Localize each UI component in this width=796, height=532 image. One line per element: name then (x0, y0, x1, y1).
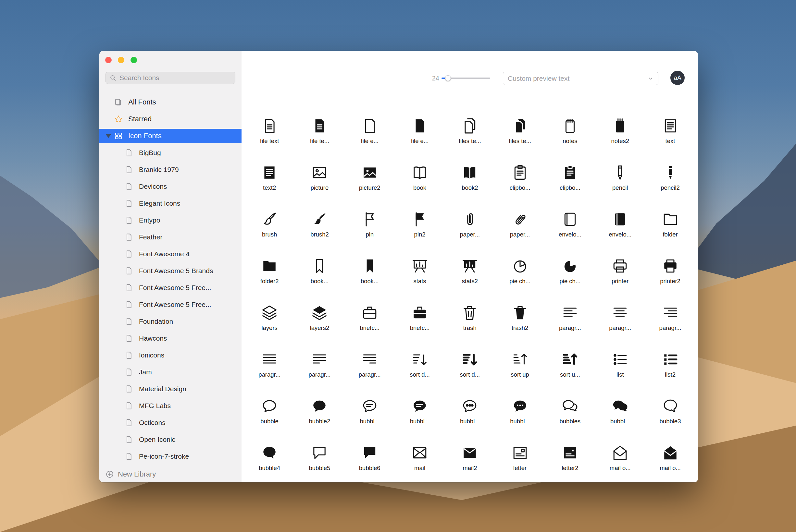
icon-cell[interactable]: sort d... (395, 337, 445, 384)
icon-cell[interactable]: file e... (345, 103, 395, 150)
icon-cell[interactable]: envelo... (595, 197, 645, 244)
icon-cell[interactable]: list (595, 337, 645, 384)
icon-cell[interactable]: clipbo... (545, 150, 595, 197)
icon-cell[interactable]: pencil2 (645, 150, 695, 197)
icon-cell[interactable]: text (645, 103, 695, 150)
icon-cell[interactable]: bubble (244, 384, 294, 431)
icon-cell[interactable]: bubble3 (645, 384, 695, 431)
search-input[interactable]: Search Icons (106, 72, 235, 84)
disclosure-triangle-icon[interactable] (106, 134, 111, 138)
sidebar-library-item[interactable]: Font Awesome 5 Free... (99, 296, 242, 313)
icon-cell[interactable]: book (395, 150, 445, 197)
zoom-button[interactable] (130, 57, 137, 63)
icon-cell[interactable]: pin (345, 197, 395, 244)
icon-cell[interactable]: paragr... (345, 337, 395, 384)
sidebar-library-item[interactable]: Pe-icon-7-stroke (99, 448, 242, 465)
icon-cell[interactable]: files te... (445, 103, 495, 150)
sidebar-library-item[interactable]: Foundation (99, 313, 242, 330)
icon-cell[interactable]: brush2 (294, 197, 345, 244)
icon-cell[interactable]: paper... (445, 197, 495, 244)
sidebar-item-starred[interactable]: Starred (99, 111, 242, 128)
icon-cell[interactable]: letter2 (545, 431, 595, 477)
icon-cell[interactable]: briefc... (395, 290, 445, 337)
icon-cell[interactable]: layers (244, 290, 294, 337)
icon-cell[interactable]: pie ch... (545, 244, 595, 290)
icon-cell[interactable]: book2 (445, 150, 495, 197)
icon-cell[interactable]: pie ch... (495, 244, 545, 290)
icon-cell[interactable]: picture2 (345, 150, 395, 197)
icon-cell[interactable]: book... (294, 244, 345, 290)
icon-cell[interactable]: mail2 (445, 431, 495, 477)
sidebar-library-item[interactable]: Feather (99, 229, 242, 246)
icon-cell[interactable]: mail o... (645, 431, 695, 477)
icon-cell[interactable]: layers2 (294, 290, 345, 337)
icon-cell[interactable]: bubble6 (345, 431, 395, 477)
icon-cell[interactable]: briefc... (345, 290, 395, 337)
sidebar-library-item[interactable]: Font Awesome 5 Free... (99, 279, 242, 296)
sidebar-item-all-fonts[interactable]: All Fonts (99, 94, 242, 111)
new-library-button[interactable]: New Library (106, 470, 156, 478)
icon-cell[interactable]: mail (395, 431, 445, 477)
sidebar-library-item[interactable]: Jam (99, 364, 242, 381)
icon-cell[interactable]: clipbo... (495, 150, 545, 197)
sidebar-library-item[interactable]: BigBug (99, 144, 242, 161)
icon-cell[interactable]: paper... (495, 197, 545, 244)
icon-cell[interactable]: bubbl... (445, 384, 495, 431)
icon-cell[interactable]: envelo... (545, 197, 595, 244)
preview-text-dropdown[interactable]: Custom preview text (503, 72, 659, 85)
icon-cell[interactable]: printer2 (645, 244, 695, 290)
icon-cell[interactable]: folder (645, 197, 695, 244)
icon-cell[interactable]: bubble4 (244, 431, 294, 477)
sidebar-item-icon-fonts[interactable]: Icon Fonts (99, 128, 242, 144)
icon-cell[interactable]: trash2 (495, 290, 545, 337)
icon-cell[interactable]: file e... (395, 103, 445, 150)
icon-cell[interactable]: paragr... (595, 290, 645, 337)
icon-cell[interactable]: stats2 (445, 244, 495, 290)
icon-cell[interactable]: bubbles (545, 384, 595, 431)
icon-cell[interactable]: notes2 (595, 103, 645, 150)
sidebar-library-item[interactable]: Ionicons (99, 347, 242, 364)
sidebar-library-item[interactable]: Brankic 1979 (99, 161, 242, 178)
icon-cell[interactable]: bubble2 (294, 384, 345, 431)
icon-cell[interactable]: paragr... (545, 290, 595, 337)
icon-cell[interactable]: file te... (294, 103, 345, 150)
sidebar-library-item[interactable]: Font Awesome 5 Brands (99, 262, 242, 279)
sidebar-library-item[interactable]: Octicons (99, 414, 242, 431)
icon-cell[interactable]: files te... (495, 103, 545, 150)
sidebar-library-item[interactable]: Elegant Icons (99, 195, 242, 212)
icon-cell[interactable]: sort d... (445, 337, 495, 384)
icon-cell[interactable]: text2 (244, 150, 294, 197)
icon-cell[interactable]: printer (595, 244, 645, 290)
slider-knob[interactable] (445, 75, 451, 81)
sidebar-library-item[interactable]: Devicons (99, 178, 242, 195)
icon-cell[interactable]: book... (345, 244, 395, 290)
size-slider[interactable] (442, 75, 490, 81)
icon-cell[interactable]: bubbl... (595, 384, 645, 431)
icon-cell[interactable]: sort up (495, 337, 545, 384)
icon-cell[interactable]: bubbl... (395, 384, 445, 431)
sidebar-library-item[interactable]: Material Design (99, 381, 242, 397)
icon-cell[interactable]: paragr... (244, 337, 294, 384)
minimize-button[interactable] (118, 57, 124, 63)
sidebar-library-item[interactable]: MFG Labs (99, 397, 242, 414)
case-toggle-button[interactable]: aA (670, 71, 685, 85)
icon-cell[interactable]: letter (495, 431, 545, 477)
sidebar-library-item[interactable]: Hawcons (99, 330, 242, 347)
icon-cell[interactable]: file text (244, 103, 294, 150)
icon-cell[interactable]: trash (445, 290, 495, 337)
icon-cell[interactable]: pencil (595, 150, 645, 197)
icon-cell[interactable]: stats (395, 244, 445, 290)
close-button[interactable] (105, 57, 112, 63)
sidebar-library-item[interactable]: Entypo (99, 212, 242, 229)
icon-cell[interactable]: mail o... (595, 431, 645, 477)
icon-cell[interactable]: paragr... (645, 290, 695, 337)
icon-cell[interactable]: pin2 (395, 197, 445, 244)
icon-cell[interactable]: folder2 (244, 244, 294, 290)
sidebar-library-item[interactable]: Font Awesome 4 (99, 246, 242, 262)
icon-cell[interactable]: sort u... (545, 337, 595, 384)
icon-cell[interactable]: notes (545, 103, 595, 150)
icon-cell[interactable]: bubble5 (294, 431, 345, 477)
icon-cell[interactable]: brush (244, 197, 294, 244)
icon-cell[interactable]: picture (294, 150, 345, 197)
icon-cell[interactable]: paragr... (294, 337, 345, 384)
